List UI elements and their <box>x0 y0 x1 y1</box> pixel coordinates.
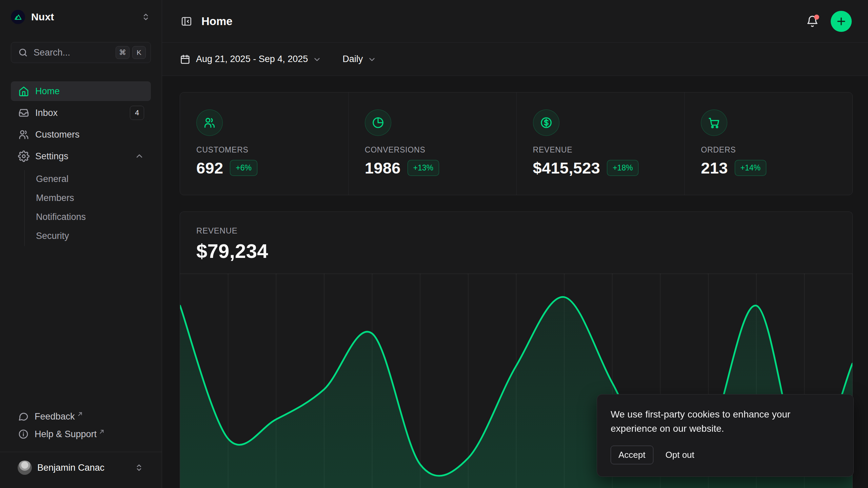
revenue-chart-value: $79,234 <box>196 240 836 262</box>
feedback-link[interactable]: Feedback <box>11 408 151 425</box>
stat-value: 1986 <box>365 159 401 177</box>
gear-icon <box>18 150 30 162</box>
cookie-banner: We use first-party cookies to enhance yo… <box>597 394 854 477</box>
search-placeholder: Search... <box>34 47 70 58</box>
period-value: Daily <box>342 54 363 64</box>
help-support-link[interactable]: Help & Support <box>11 425 151 443</box>
stat-conversions[interactable]: CONVERSIONS 1986 +13% <box>348 93 516 195</box>
sidebar-item-label: Customers <box>35 129 80 140</box>
settings-subnav: General Members Notifications Security <box>24 170 151 246</box>
search-input[interactable]: Search... ⌘ K <box>11 42 151 63</box>
sidebar-item-security[interactable]: Security <box>25 227 151 245</box>
search-icon <box>18 47 28 58</box>
external-link-icon <box>99 429 105 435</box>
stat-delta-badge: +6% <box>230 160 257 176</box>
notification-dot <box>814 15 819 20</box>
sidebar-nav: Home Inbox 4 <box>11 81 151 246</box>
sidebar-item-settings[interactable]: Settings <box>11 146 151 166</box>
page-title: Home <box>201 15 233 28</box>
help-support-label: Help & Support <box>35 429 97 440</box>
kbd-k: K <box>132 46 146 59</box>
stat-delta-badge: +18% <box>607 160 638 176</box>
nuxt-logo-icon <box>11 10 25 24</box>
revenue-chart-label: REVENUE <box>196 226 836 236</box>
feedback-label: Feedback <box>35 411 75 422</box>
opt-out-button[interactable]: Opt out <box>666 450 694 460</box>
subnav-item-label: Members <box>36 193 74 203</box>
inbox-icon <box>18 107 30 119</box>
add-button[interactable] <box>831 11 852 32</box>
cookie-message: We use first-party cookies to enhance yo… <box>611 407 828 435</box>
sidebar-item-label: Inbox <box>35 108 58 118</box>
workspace-name: Nuxt <box>31 11 54 23</box>
stat-value: 692 <box>196 159 223 177</box>
user-menu[interactable]: Benjamin Canac <box>11 455 151 480</box>
info-circle-icon <box>18 428 29 440</box>
inbox-unread-badge: 4 <box>130 106 144 120</box>
sidebar-item-members[interactable]: Members <box>25 189 151 207</box>
home-icon <box>18 85 30 97</box>
dollar-circle-icon <box>533 109 559 136</box>
chat-bubble-icon <box>18 411 29 422</box>
revenue-chart-header: REVENUE $79,234 <box>180 212 852 273</box>
user-name: Benjamin Canac <box>37 463 104 473</box>
accept-button[interactable]: Accept <box>611 446 653 464</box>
plus-icon <box>835 16 847 27</box>
calendar-icon <box>180 54 191 65</box>
notifications-button[interactable] <box>805 14 820 29</box>
chevron-up-icon <box>135 151 144 161</box>
chevron-down-icon <box>368 55 376 64</box>
stat-delta-badge: +14% <box>735 160 766 176</box>
sidebar-item-label: Settings <box>35 151 68 162</box>
page-header: Home <box>162 0 868 43</box>
chevron-up-down-icon <box>141 12 151 22</box>
kbd-cmd: ⌘ <box>116 46 130 59</box>
stat-customers[interactable]: CUSTOMERS 692 +6% <box>180 93 348 195</box>
stat-label: ORDERS <box>701 145 836 155</box>
subnav-item-label: General <box>36 174 68 184</box>
sidebar: Nuxt Search... ⌘ K <box>0 0 162 488</box>
chevron-down-icon <box>313 55 321 64</box>
period-select[interactable]: Daily <box>342 54 376 64</box>
cart-icon <box>701 109 727 136</box>
stat-value: $415,523 <box>533 159 600 177</box>
users-icon <box>18 128 30 141</box>
sidebar-footer: Feedback Help & Support <box>11 408 151 480</box>
sidebar-divider <box>0 452 162 452</box>
external-link-icon <box>77 411 83 417</box>
cookie-actions: Accept Opt out <box>611 446 840 464</box>
sidebar-item-customers[interactable]: Customers <box>11 125 151 144</box>
chevron-up-down-icon <box>134 463 144 473</box>
sidebar-item-label: Home <box>35 86 60 97</box>
filters-toolbar: Aug 21, 2025 - Sep 4, 2025 Daily <box>162 43 868 76</box>
sidebar-item-home[interactable]: Home <box>11 81 151 101</box>
stat-orders[interactable]: ORDERS 213 +14% <box>684 93 852 195</box>
avatar <box>18 461 32 475</box>
stat-label: REVENUE <box>533 145 668 155</box>
subnav-item-label: Security <box>36 231 69 241</box>
sidebar-item-notifications[interactable]: Notifications <box>25 208 151 226</box>
stat-delta-badge: +13% <box>408 160 439 176</box>
stat-label: CUSTOMERS <box>196 145 332 155</box>
stat-label: CONVERSIONS <box>365 145 500 155</box>
stat-value: 213 <box>701 159 728 177</box>
pie-chart-icon <box>365 109 391 136</box>
stats-card: CUSTOMERS 692 +6% CONVERSIONS <box>180 92 853 195</box>
date-range-value: Aug 21, 2025 - Sep 4, 2025 <box>196 54 308 64</box>
panel-left-collapse-icon[interactable] <box>180 15 193 28</box>
sidebar-item-inbox[interactable]: Inbox 4 <box>11 103 151 123</box>
stat-revenue[interactable]: REVENUE $415,523 +18% <box>516 93 685 195</box>
users-icon <box>196 109 223 136</box>
sidebar-item-general[interactable]: General <box>25 170 151 188</box>
subnav-item-label: Notifications <box>36 212 86 222</box>
workspace-selector[interactable]: Nuxt <box>11 6 151 28</box>
date-range-picker[interactable]: Aug 21, 2025 - Sep 4, 2025 <box>180 54 321 65</box>
